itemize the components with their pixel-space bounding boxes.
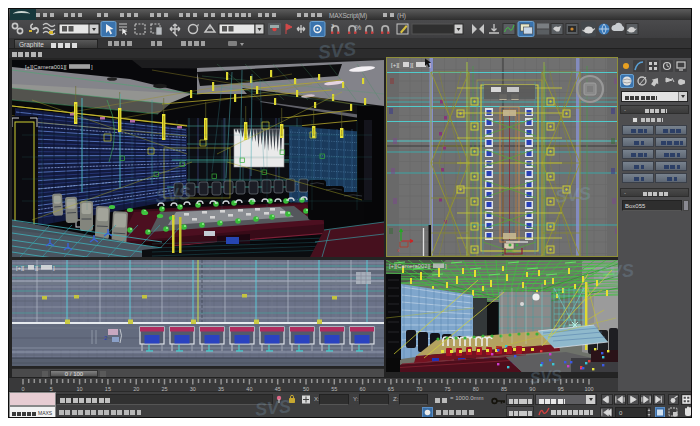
svg-text:[+][Camera002][: [+][Camera002][ [389, 263, 431, 269]
svg-text:[+][: [+][ [16, 265, 25, 271]
svg-text:][: ][ [35, 265, 39, 271]
svg-text:][: ][ [410, 62, 414, 68]
svg-text:%: % [355, 24, 361, 31]
svg-text:[+][: [+][ [391, 62, 400, 68]
svg-text:3: 3 [331, 23, 334, 29]
svg-text:[+][Camera001][: [+][Camera001][ [25, 64, 67, 70]
